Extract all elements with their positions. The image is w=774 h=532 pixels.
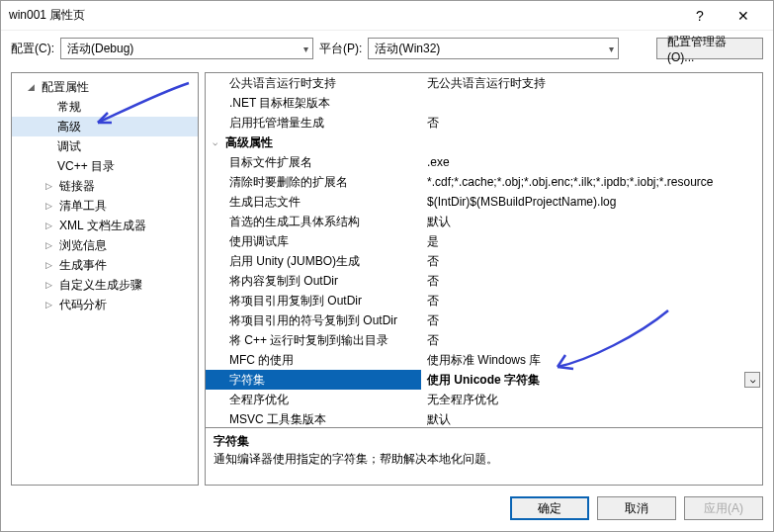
grid-label: .NET 目标框架版本 — [223, 93, 421, 113]
tree-item[interactable]: VC++ 目录 — [12, 156, 198, 176]
grid-label: 字符集 — [223, 370, 421, 390]
tree-item[interactable]: 常规 — [12, 97, 198, 117]
grid-value: 无公共语言运行时支持 — [421, 73, 762, 93]
tree-item-label: 链接器 — [59, 178, 95, 195]
expander-icon — [206, 330, 223, 350]
tree-item[interactable]: ▷生成事件 — [12, 255, 198, 275]
expander-icon — [206, 271, 223, 291]
description-text: 通知编译器使用指定的字符集；帮助解决本地化问题。 — [214, 450, 754, 468]
grid-label: 公共语言运行时支持 — [223, 73, 421, 93]
ok-button[interactable]: 确定 — [510, 496, 589, 520]
grid-row[interactable]: 使用调试库是 — [206, 231, 762, 251]
platform-label: 平台(P): — [319, 41, 362, 57]
property-page-window: win001 属性页 ? ✕ 配置(C): 活动(Debug) ▾ 平台(P):… — [0, 0, 774, 532]
expander-icon — [206, 350, 223, 370]
grid-label: 生成日志文件 — [223, 192, 421, 212]
nav-tree[interactable]: ◢ 配置属性 常规高级调试VC++ 目录▷链接器▷清单工具▷XML 文档生成器▷… — [11, 72, 199, 486]
grid-row[interactable]: 将内容复制到 OutDir否 — [206, 271, 762, 291]
tree-item-label: 自定义生成步骤 — [59, 277, 142, 294]
grid-label: MSVC 工具集版本 — [223, 409, 421, 428]
grid-label: 将项目引用复制到 OutDir — [223, 291, 421, 310]
expander-closed-icon: ▷ — [45, 240, 55, 250]
grid-value: 是 — [421, 231, 762, 251]
expander-closed-icon: ▷ — [45, 300, 55, 310]
grid-label: 启用托管增量生成 — [223, 113, 421, 133]
tree-item[interactable]: 调试 — [12, 136, 198, 156]
grid-value — [421, 93, 762, 113]
tree-root-label: 配置属性 — [42, 79, 89, 96]
grid-value: 否 — [421, 251, 762, 271]
tree-item[interactable]: ▷XML 文档生成器 — [12, 216, 198, 235]
grid-row[interactable]: 将项目引用复制到 OutDir否 — [206, 291, 762, 310]
grid-label: 清除时要删除的扩展名 — [223, 172, 421, 192]
tree-item-label: 高级 — [57, 119, 81, 135]
expander-icon — [206, 370, 223, 390]
help-button[interactable]: ? — [678, 1, 722, 31]
grid-value: 无全程序优化 — [421, 390, 762, 409]
grid-row[interactable]: MSVC 工具集版本默认 — [206, 409, 762, 428]
cancel-button[interactable]: 取消 — [597, 496, 676, 520]
grid-row[interactable]: 字符集使用 Unicode 字符集⌵ — [206, 370, 762, 390]
close-button[interactable]: ✕ — [722, 1, 765, 31]
config-manager-button[interactable]: 配置管理器(O)... — [656, 38, 763, 59]
grid-label: 首选的生成工具体系结构 — [223, 212, 421, 231]
grid-row[interactable]: 全程序优化无全程序优化 — [206, 390, 762, 409]
tree-item-label: 调试 — [57, 138, 81, 155]
window-title: win001 属性页 — [9, 7, 678, 24]
right-pane: 公共语言运行时支持无公共语言运行时支持.NET 目标框架版本启用托管增量生成否⌵… — [205, 72, 763, 486]
tree-item-label: VC++ 目录 — [57, 158, 115, 175]
grid-value: $(IntDir)$(MSBuildProjectName).log — [421, 192, 762, 212]
tree-item[interactable]: ▷浏览信息 — [12, 235, 198, 255]
grid-row[interactable]: 清除时要删除的扩展名*.cdf;*.cache;*.obj;*.obj.enc;… — [206, 172, 762, 192]
config-label: 配置(C): — [11, 41, 54, 57]
expander-closed-icon: ▷ — [45, 201, 55, 211]
toolbar: 配置(C): 活动(Debug) ▾ 平台(P): 活动(Win32) ▾ 配置… — [1, 31, 773, 66]
grid-row[interactable]: 将项目引用的符号复制到 OutDir否 — [206, 310, 762, 330]
expander-icon — [206, 409, 223, 428]
grid-value: 默认 — [421, 409, 762, 428]
platform-combobox[interactable]: 活动(Win32) ▾ — [368, 38, 619, 59]
expander-icon — [206, 390, 223, 409]
grid-value: .exe — [421, 152, 762, 172]
expander-icon — [206, 192, 223, 212]
expander-icon — [206, 251, 223, 271]
expander-icon — [206, 113, 223, 133]
grid-row[interactable]: 将 C++ 运行时复制到输出目录否 — [206, 330, 762, 350]
grid-label: 将内容复制到 OutDir — [223, 271, 421, 291]
property-grid[interactable]: 公共语言运行时支持无公共语言运行时支持.NET 目标框架版本启用托管增量生成否⌵… — [205, 72, 763, 428]
tree-item[interactable]: ▷自定义生成步骤 — [12, 275, 198, 295]
grid-value: 否 — [421, 291, 762, 310]
grid-label: 将项目引用的符号复制到 OutDir — [223, 310, 421, 330]
grid-row[interactable]: 首选的生成工具体系结构默认 — [206, 212, 762, 231]
grid-label: 使用调试库 — [223, 231, 421, 251]
tree-item[interactable]: ▷代码分析 — [12, 295, 198, 314]
config-value: 活动(Debug) — [67, 41, 133, 57]
tree-item[interactable]: 高级 — [12, 117, 198, 136]
config-combobox[interactable]: 活动(Debug) ▾ — [60, 38, 313, 59]
grid-value: 否 — [421, 330, 762, 350]
grid-label: 启用 Unity (JUMBO)生成 — [223, 251, 421, 271]
tree-root[interactable]: ◢ 配置属性 — [12, 77, 198, 97]
expander-icon — [206, 291, 223, 310]
description-title: 字符集 — [214, 432, 754, 450]
apply-button[interactable]: 应用(A) — [684, 496, 763, 520]
tree-item[interactable]: ▷链接器 — [12, 176, 198, 196]
expander-icon: ⌵ — [206, 133, 223, 152]
grid-value: 否 — [421, 113, 762, 133]
grid-row[interactable]: 启用 Unity (JUMBO)生成否 — [206, 251, 762, 271]
grid-row[interactable]: 公共语言运行时支持无公共语言运行时支持 — [206, 73, 762, 93]
grid-label: 全程序优化 — [223, 390, 421, 409]
grid-row[interactable]: 目标文件扩展名.exe — [206, 152, 762, 172]
grid-group[interactable]: ⌵高级属性 — [206, 133, 762, 152]
chevron-down-icon: ▾ — [303, 44, 308, 54]
grid-row[interactable]: 启用托管增量生成否 — [206, 113, 762, 133]
platform-value: 活动(Win32) — [375, 41, 440, 57]
grid-row[interactable]: .NET 目标框架版本 — [206, 93, 762, 113]
grid-row[interactable]: 生成日志文件$(IntDir)$(MSBuildProjectName).log — [206, 192, 762, 212]
grid-row[interactable]: MFC 的使用使用标准 Windows 库 — [206, 350, 762, 370]
grid-value: *.cdf;*.cache;*.obj;*.obj.enc;*.ilk;*.ip… — [421, 172, 762, 192]
dropdown-button[interactable]: ⌵ — [744, 372, 760, 388]
grid-value[interactable]: 使用 Unicode 字符集⌵ — [421, 370, 762, 390]
tree-item[interactable]: ▷清单工具 — [12, 196, 198, 216]
grid-value: 否 — [421, 310, 762, 330]
